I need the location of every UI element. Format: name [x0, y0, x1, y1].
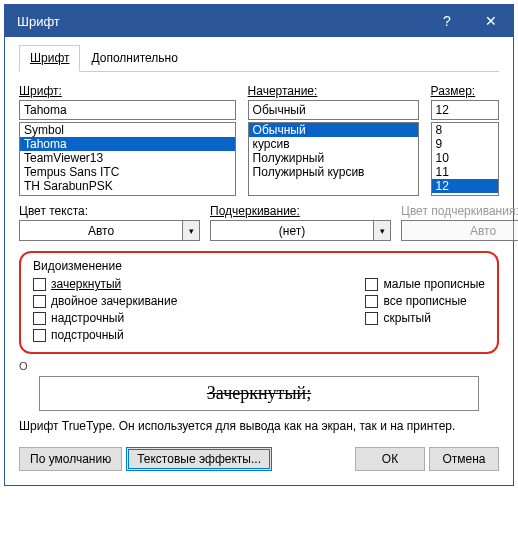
- window-title: Шрифт: [17, 14, 425, 29]
- preview-box: Зачеркнутый;: [39, 376, 479, 411]
- font-input[interactable]: [19, 100, 236, 120]
- color-value[interactable]: [19, 220, 182, 241]
- tab-font[interactable]: Шрифт: [19, 45, 80, 72]
- list-item[interactable]: Tahoma: [20, 137, 235, 151]
- preview-label-cut: О: [19, 360, 499, 372]
- font-label: Шрифт:: [19, 84, 236, 98]
- list-item[interactable]: Обычный: [249, 123, 418, 137]
- help-button[interactable]: ?: [425, 5, 469, 37]
- hint-text: Шрифт TrueType. Он используется для выво…: [19, 419, 499, 433]
- color-combo[interactable]: ▾: [19, 220, 200, 241]
- cancel-button[interactable]: Отмена: [429, 447, 499, 471]
- color-label: Цвет текста:: [19, 204, 200, 218]
- checkbox-subscript[interactable]: подстрочный: [33, 328, 177, 342]
- effects-group: Видоизменение зачеркнутый двойное зачерк…: [19, 251, 499, 354]
- undercolor-combo: ▾: [401, 220, 518, 241]
- list-item[interactable]: 11: [432, 165, 498, 179]
- size-label: Размер:: [431, 84, 499, 98]
- underline-value[interactable]: [210, 220, 373, 241]
- underline-combo[interactable]: ▾: [210, 220, 391, 241]
- combos-row: Цвет текста: ▾ Подчеркивание: ▾ Цвет под…: [19, 204, 499, 241]
- checkbox-icon: [33, 295, 46, 308]
- chevron-down-icon[interactable]: ▾: [373, 220, 391, 241]
- button-row: По умолчанию Текстовые эффекты... ОК Отм…: [19, 447, 499, 471]
- chevron-down-icon[interactable]: ▾: [182, 220, 200, 241]
- checkbox-superscript[interactable]: надстрочный: [33, 311, 177, 325]
- checkbox-icon: [33, 329, 46, 342]
- undercolor-label: Цвет подчеркивания:: [401, 204, 518, 218]
- checkbox-icon: [33, 278, 46, 291]
- checkbox-double-strike[interactable]: двойное зачеркивание: [33, 294, 177, 308]
- checkbox-icon: [365, 312, 378, 325]
- ok-button[interactable]: ОК: [355, 447, 425, 471]
- undercolor-column: Цвет подчеркивания: ▾: [401, 204, 518, 241]
- color-column: Цвет текста: ▾: [19, 204, 200, 241]
- undercolor-value: [401, 220, 518, 241]
- style-column: Начертание: Обычный курсив Полужирный По…: [248, 84, 419, 196]
- size-listbox[interactable]: 8 9 10 11 12: [431, 122, 499, 196]
- style-listbox[interactable]: Обычный курсив Полужирный Полужирный кур…: [248, 122, 419, 196]
- underline-label: Подчеркивание:: [210, 204, 391, 218]
- list-item[interactable]: 10: [432, 151, 498, 165]
- list-item[interactable]: 9: [432, 137, 498, 151]
- checkbox-strike[interactable]: зачеркнутый: [33, 277, 177, 291]
- list-item[interactable]: 8: [432, 123, 498, 137]
- checkbox-icon: [365, 278, 378, 291]
- font-column: Шрифт: Symbol Tahoma TeamViewer13 Tempus…: [19, 84, 236, 196]
- list-item[interactable]: 12: [432, 179, 498, 193]
- checkbox-hidden[interactable]: скрытый: [365, 311, 485, 325]
- underline-column: Подчеркивание: ▾: [210, 204, 391, 241]
- font-listbox[interactable]: Symbol Tahoma TeamViewer13 Tempus Sans I…: [19, 122, 236, 196]
- checkbox-allcaps[interactable]: все прописные: [365, 294, 485, 308]
- list-item[interactable]: Tempus Sans ITC: [20, 165, 235, 179]
- dialog-body: Шрифт Дополнительно Шрифт: Symbol Tahoma…: [5, 37, 513, 485]
- list-item[interactable]: TeamViewer13: [20, 151, 235, 165]
- size-input[interactable]: [431, 100, 499, 120]
- text-effects-button[interactable]: Текстовые эффекты...: [126, 447, 272, 471]
- tab-advanced[interactable]: Дополнительно: [80, 45, 188, 72]
- list-item[interactable]: Symbol: [20, 123, 235, 137]
- size-column: Размер: 8 9 10 11 12: [431, 84, 499, 196]
- close-button[interactable]: ✕: [469, 5, 513, 37]
- font-row: Шрифт: Symbol Tahoma TeamViewer13 Tempus…: [19, 84, 499, 196]
- default-button[interactable]: По умолчанию: [19, 447, 122, 471]
- list-item[interactable]: Полужирный: [249, 151, 418, 165]
- list-item[interactable]: Полужирный курсив: [249, 165, 418, 179]
- tabs: Шрифт Дополнительно: [19, 45, 499, 72]
- style-input[interactable]: [248, 100, 419, 120]
- effects-legend: Видоизменение: [33, 259, 485, 273]
- titlebar: Шрифт ? ✕: [5, 5, 513, 37]
- checkbox-icon: [33, 312, 46, 325]
- style-label: Начертание:: [248, 84, 419, 98]
- list-item[interactable]: TH SarabunPSK: [20, 179, 235, 193]
- preview-section: О Зачеркнутый;: [19, 360, 499, 411]
- checkbox-icon: [365, 295, 378, 308]
- list-item[interactable]: курсив: [249, 137, 418, 151]
- checkbox-smallcaps[interactable]: малые прописные: [365, 277, 485, 291]
- font-dialog: Шрифт ? ✕ Шрифт Дополнительно Шрифт: Sym…: [4, 4, 514, 486]
